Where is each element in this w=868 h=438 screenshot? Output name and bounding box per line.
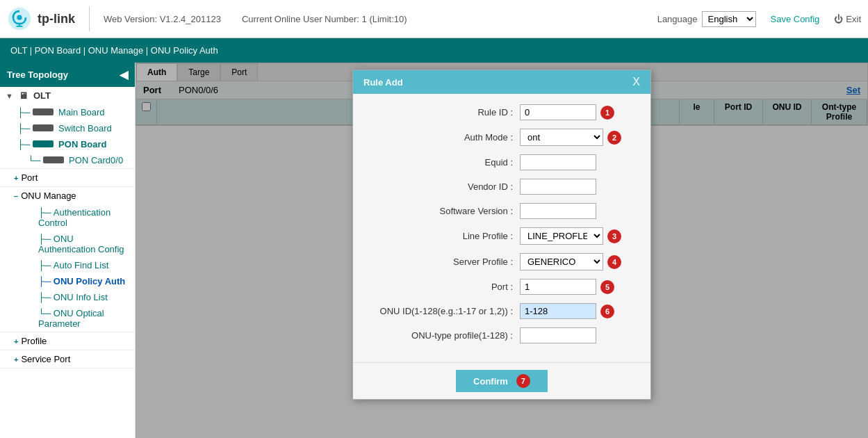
sidebar-item-pon-card[interactable]: └─ PON Card0/0 [0, 152, 135, 168]
confirm-label: Confirm [473, 376, 508, 387]
sidebar-section-olt: ▼ 🖥 OLT ├─ Main Board ├─ Switch Board ├─… [0, 87, 135, 169]
server-profile-select[interactable]: GENERICO DEFAULT [520, 253, 603, 270]
sidebar-toggle-button[interactable]: ◀ [120, 68, 128, 81]
auth-mode-label: Auth Mode : [367, 132, 520, 143]
sidebar-item-main-board[interactable]: ├─ Main Board [0, 104, 135, 120]
breadcrumb-text: OLT | PON Board | ONU Manage | ONU Polic… [10, 45, 218, 56]
switch-board-icon [33, 124, 54, 131]
sidebar-item-profile[interactable]: + Profile [0, 332, 135, 350]
sidebar-item-service-port[interactable]: + Service Port [0, 350, 135, 368]
language-select[interactable]: English Chinese [702, 11, 756, 27]
expand-icon: └─ [28, 155, 40, 165]
expand-icon: ▼ [6, 92, 13, 100]
sidebar-item-onu-info-list[interactable]: ├─ ONU Info List [0, 289, 135, 305]
auth-mode-select[interactable]: ont password sn [520, 129, 603, 146]
port-input[interactable] [520, 279, 596, 295]
sidebar-section-profile: + Profile [0, 332, 135, 350]
exit-button[interactable]: ⏻ Exit [834, 14, 861, 24]
content-area: ForoISP Auth Targe Port Port PON0/0/6 Se… [136, 63, 868, 438]
onu-id-row: ONU ID(1-128(e.g.:1-17 or 1,2)) : 6 [367, 303, 637, 319]
tp-link-logo-icon [7, 6, 32, 31]
modal-close-button[interactable]: X [632, 76, 640, 88]
equid-input[interactable] [520, 154, 596, 170]
onu-type-profile-row: ONU-type profile(1-128) : [367, 327, 637, 343]
auto-find-label: Auto Find List [54, 260, 109, 270]
switch-board-label: Switch Board [58, 123, 112, 133]
svg-point-1 [17, 15, 22, 20]
dash-icon: ├─ [38, 234, 51, 244]
expand-icon: ├─ [17, 139, 30, 149]
onu-type-profile-input[interactable] [520, 327, 596, 343]
sidebar-section-port: + Port [0, 169, 135, 187]
line-profile-select[interactable]: LINE_PROFLE_1 LINE_PROFLE_2 [520, 227, 603, 245]
step-1-badge: 1 [600, 106, 614, 120]
power-icon: ⏻ [834, 14, 843, 24]
server-profile-row: Server Profile : GENERICO DEFAULT 4 [367, 253, 637, 270]
onu-id-input[interactable] [520, 303, 596, 319]
minus-icon: – [14, 192, 18, 200]
sidebar-item-switch-board[interactable]: ├─ Switch Board [0, 120, 135, 136]
main-board-icon [33, 108, 54, 115]
pon-board-icon [33, 140, 54, 147]
dash-icon: └─ [38, 308, 51, 318]
save-config-link[interactable]: Save Config [771, 14, 820, 24]
dash-icon: ├─ [38, 207, 51, 218]
sidebar-item-onu-auth-config[interactable]: ├─ ONU Authentication Config [0, 231, 135, 257]
expand-icon: ├─ [17, 107, 30, 117]
step-6-badge: 6 [600, 305, 614, 318]
onu-info-list-label: ONU Info List [54, 292, 108, 302]
language-area: Language English Chinese Save Config ⏻ E… [657, 11, 861, 27]
onu-manage-label: ONU Manage [21, 190, 76, 201]
server-profile-label: Server Profile : [367, 257, 520, 267]
onu-type-profile-label: ONU-type profile(1-128) : [367, 330, 520, 341]
confirm-button[interactable]: Confirm 7 [456, 370, 548, 392]
main-layout: Tree Topology ◀ ▼ 🖥 OLT ├─ Main Board ├─… [0, 63, 868, 438]
sidebar-header: Tree Topology ◀ [0, 63, 135, 87]
sidebar-item-onu-optical-param[interactable]: └─ ONU Optical Parameter [0, 305, 135, 332]
profile-label: Profile [21, 336, 47, 346]
equid-label: Equid : [367, 157, 520, 168]
step-7-badge: 7 [516, 374, 530, 388]
sidebar: Tree Topology ◀ ▼ 🖥 OLT ├─ Main Board ├─… [0, 63, 136, 438]
software-version-label: Software Version : [367, 206, 520, 216]
modal-footer: Confirm 7 [353, 362, 650, 399]
sidebar-item-port[interactable]: + Port [0, 169, 135, 186]
breadcrumb: OLT | PON Board | ONU Manage | ONU Polic… [0, 38, 868, 63]
vendor-id-row: Vendor ID : [367, 179, 637, 195]
software-version-input[interactable] [520, 203, 596, 219]
vendor-id-input[interactable] [520, 179, 596, 195]
online-users-text: Current Online User Number: 1 (Limit:10) [242, 14, 407, 24]
sidebar-item-auto-find-list[interactable]: ├─ Auto Find List [0, 257, 135, 273]
header-info: Web Version: V1.2.4_201123 Current Onlin… [90, 11, 861, 27]
exit-label: Exit [846, 14, 861, 24]
sidebar-item-authentication-control[interactable]: ├─ Authentication Control [0, 204, 135, 231]
line-profile-label: Line Profile : [367, 231, 520, 241]
sidebar-item-onu-manage[interactable]: – ONU Manage [0, 187, 135, 204]
modal-body: Rule ID : 1 Auth Mode : ont password sn … [353, 94, 650, 362]
onu-policy-auth-label: ONU Policy Auth [54, 276, 126, 286]
sidebar-item-olt[interactable]: ▼ 🖥 OLT [0, 87, 135, 104]
sidebar-title: Tree Topology [7, 70, 68, 80]
rule-id-input[interactable] [520, 104, 596, 120]
sidebar-item-onu-policy-auth[interactable]: ├─ ONU Policy Auth [0, 273, 135, 289]
dash-icon: ├─ [38, 276, 51, 286]
dash-icon: ├─ [38, 292, 51, 302]
pon-card-icon [43, 156, 64, 163]
service-port-label: Service Port [21, 354, 70, 364]
olt-label: OLT [33, 90, 51, 101]
modal-header: Rule Add X [353, 70, 650, 94]
main-board-label: Main Board [58, 107, 104, 117]
plus-icon: + [14, 337, 18, 346]
plus-icon: + [14, 174, 18, 182]
step-3-badge: 3 [607, 229, 621, 243]
web-version-text: Web Version: V1.2.4_201123 [104, 14, 221, 24]
line-profile-row: Line Profile : LINE_PROFLE_1 LINE_PROFLE… [367, 227, 637, 245]
sidebar-item-pon-board[interactable]: ├─ PON Board [0, 136, 135, 152]
step-5-badge: 5 [600, 280, 614, 294]
auth-mode-row: Auth Mode : ont password sn 2 [367, 129, 637, 146]
sidebar-section-service-port: + Service Port [0, 350, 135, 368]
rule-id-row: Rule ID : 1 [367, 104, 637, 120]
logo-area: tp-link [7, 6, 90, 31]
dash-icon: ├─ [38, 260, 51, 270]
onu-id-label: ONU ID(1-128(e.g.:1-17 or 1,2)) : [367, 306, 520, 316]
